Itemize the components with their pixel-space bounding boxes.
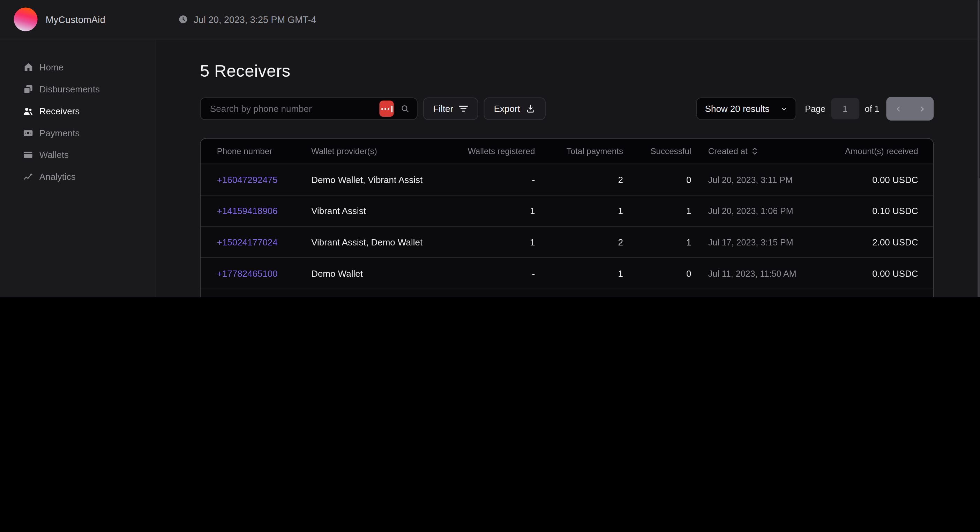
phone-link[interactable]: +14159418906 (200, 206, 311, 216)
table-row: +16047292475Demo Wallet, Vibrant Assist-… (200, 164, 933, 195)
payments-icon (22, 127, 33, 138)
sidebar-item-label: Receivers (40, 106, 80, 116)
column-header-total-payments: Total payments (535, 146, 623, 156)
top-bar: MyCustomAid Jul 20, 2023, 3:25 PM GMT-4 (0, 0, 980, 40)
table-body: +16047292475Demo Wallet, Vibrant Assist-… (200, 164, 933, 297)
created-at: Jul 20, 2023, 3:11 PM (691, 175, 841, 185)
sidebar-item-receivers[interactable]: Receivers (0, 100, 156, 122)
page-title: 5 Receivers (200, 62, 934, 81)
successful-count: 1 (623, 237, 691, 247)
scrollbar[interactable] (978, 0, 979, 297)
page-number-input[interactable] (831, 98, 859, 119)
column-header-phone-number: Phone number (200, 146, 311, 156)
export-button-label: Export (494, 103, 520, 114)
clock-icon (178, 14, 188, 24)
table-row: +14085317088Vibrant Assist-10Jul 10, 202… (200, 289, 933, 297)
screen: MyCustomAid Jul 20, 2023, 3:25 PM GMT-4 … (0, 0, 980, 297)
phone-link[interactable]: +15024177024 (200, 237, 311, 247)
results-per-page-label: Show 20 results (705, 103, 770, 114)
next-page-button[interactable] (910, 97, 934, 121)
sort-icon (751, 147, 758, 156)
previous-page-button[interactable] (886, 97, 910, 121)
successful-count: 0 (623, 175, 691, 185)
column-header-amount-received: Amount(s) received (841, 146, 933, 156)
table-row: +15024177024Vibrant Assist, Demo Wallet1… (200, 226, 933, 257)
wallets-registered: - (436, 175, 535, 185)
autofill-badge-icon[interactable] (379, 100, 393, 117)
total-payments: 1 (535, 206, 623, 216)
phone-link[interactable]: +16047292475 (200, 175, 311, 185)
timestamp: Jul 20, 2023, 3:25 PM GMT-4 (178, 0, 317, 39)
analytics-icon (22, 171, 33, 182)
sidebar-item-label: Analytics (40, 172, 76, 182)
amount-received: 0.00 USDC (841, 175, 933, 185)
sidebar-item-label: Disbursements (40, 84, 100, 94)
wallet-providers: Demo Wallet (311, 268, 436, 278)
total-payments: 2 (535, 175, 623, 185)
search-icon (400, 103, 410, 114)
chevron-right-icon (918, 105, 926, 113)
column-header-wallets-registered: Wallets registered (436, 146, 535, 156)
column-header-created-at-label: Created at (708, 146, 748, 156)
successful-count: 1 (623, 206, 691, 216)
export-button[interactable]: Export (484, 97, 546, 119)
toolbar: Filter Export Show 20 results (200, 97, 934, 121)
main-content: 5 Receivers Filter (156, 40, 980, 297)
receivers-table: Phone number Wallet provider(s) Wallets … (200, 138, 934, 297)
sidebar-item-analytics[interactable]: Analytics (0, 165, 156, 187)
wallet-providers: Vibrant Assist, Demo Wallet (311, 237, 436, 247)
wallets-registered: 1 (436, 206, 535, 216)
pagination-controls: Show 20 results Page of 1 (696, 97, 934, 121)
wallets-registered: 1 (436, 237, 535, 247)
search-box[interactable] (200, 97, 417, 119)
sidebar-item-label: Payments (40, 128, 80, 138)
wallet-providers: Demo Wallet, Vibrant Assist (311, 175, 436, 185)
app-name: MyCustomAid (46, 14, 105, 24)
amount-received: 0.10 USDC (841, 206, 933, 216)
app-logo (14, 7, 37, 31)
sidebar-item-label: Home (40, 62, 64, 72)
sidebar-item-payments[interactable]: Payments (0, 122, 156, 144)
wallets-registered: - (436, 268, 535, 278)
phone-link[interactable]: +17782465100 (200, 268, 311, 278)
table-header-row: Phone number Wallet provider(s) Wallets … (200, 139, 933, 164)
app-window: MyCustomAid Jul 20, 2023, 3:25 PM GMT-4 … (0, 0, 980, 297)
filter-icon (459, 105, 468, 112)
amount-received: 0.00 USDC (841, 268, 933, 278)
home-icon (22, 61, 33, 73)
column-header-created-at[interactable]: Created at (691, 146, 841, 156)
disbursements-icon (22, 83, 33, 94)
created-at: Jul 20, 2023, 1:06 PM (691, 206, 841, 216)
table-row: +17782465100Demo Wallet-10Jul 11, 2023, … (200, 257, 933, 289)
table-row: +14159418906Vibrant Assist111Jul 20, 202… (200, 195, 933, 226)
created-at: Jul 17, 2023, 3:15 PM (691, 237, 841, 247)
filter-button[interactable]: Filter (423, 97, 478, 119)
sidebar-item-disbursements[interactable]: Disbursements (0, 78, 156, 100)
column-header-successful: Successful (623, 146, 691, 156)
sidebar-item-home[interactable]: Home (0, 56, 156, 78)
results-per-page-select[interactable]: Show 20 results (696, 97, 797, 119)
successful-count: 0 (623, 268, 691, 278)
chevron-left-icon (894, 105, 902, 113)
sidebar-item-label: Wallets (40, 149, 69, 160)
page-count-label: of 1 (865, 103, 880, 114)
created-at: Jul 11, 2023, 11:50 AM (691, 268, 841, 278)
sidebar: Home Disbursements Receivers (0, 40, 156, 297)
receivers-icon (22, 105, 33, 116)
timestamp-text: Jul 20, 2023, 3:25 PM GMT-4 (194, 14, 316, 24)
download-icon (526, 103, 536, 114)
page-label: Page (805, 103, 826, 114)
total-payments: 2 (535, 237, 623, 247)
column-header-wallet-providers: Wallet provider(s) (311, 146, 436, 156)
sidebar-item-wallets[interactable]: Wallets (0, 144, 156, 165)
filter-button-label: Filter (433, 103, 453, 114)
total-payments: 1 (535, 268, 623, 278)
page-nav-group (886, 97, 934, 121)
wallet-providers: Vibrant Assist (311, 206, 436, 216)
search-input[interactable] (208, 103, 373, 114)
amount-received: 2.00 USDC (841, 237, 933, 247)
wallets-icon (22, 149, 33, 160)
chevron-down-icon (780, 105, 788, 113)
